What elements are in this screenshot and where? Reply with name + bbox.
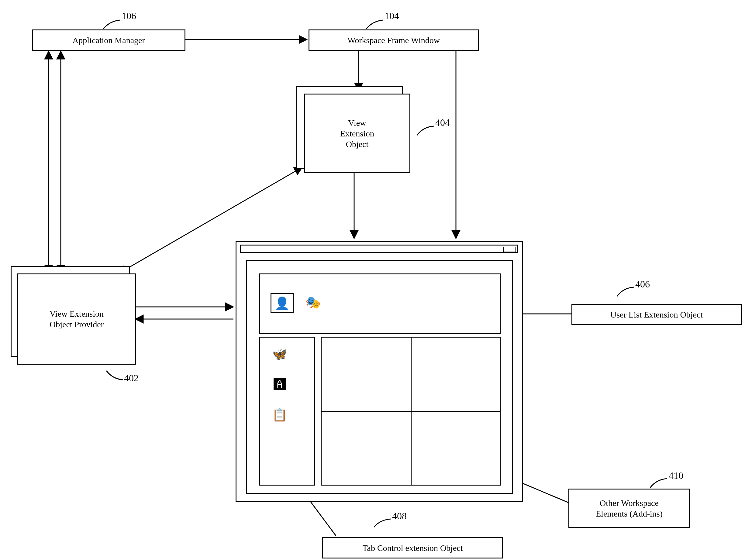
user-avatar-icon: 👤 <box>271 293 294 313</box>
node-label: User List Extension Object <box>610 309 703 320</box>
node-view-ext-obj: View Extension Object <box>304 94 410 173</box>
user-list <box>259 274 501 334</box>
ref-404: 404 <box>435 117 450 128</box>
node-label: View Extension Object <box>340 118 374 149</box>
node-label: Tab Control extension Object <box>362 543 463 553</box>
node-user-list-ext: User List Extension Object <box>571 304 742 325</box>
node-tab-ctrl-ext: Tab Control extension Object <box>322 537 503 559</box>
ref-408: 408 <box>392 511 407 522</box>
node-label: Other Workspace Elements (Add-ins) <box>596 498 662 519</box>
ref-410: 410 <box>669 470 683 481</box>
ref-406: 406 <box>635 279 650 290</box>
node-application-manager: Application Manager <box>32 29 185 51</box>
user-avatar-icon: 🎭 <box>302 293 324 312</box>
node-label: Workspace Frame Window <box>348 35 440 45</box>
node-view-ext-provider: View Extension Object Provider <box>17 274 136 365</box>
tab-icon: 📋 <box>269 406 290 424</box>
node-label: Application Manager <box>72 35 145 45</box>
diagram-canvas: Application Manager 106 Workspace Frame … <box>0 0 752 560</box>
ref-402: 402 <box>124 373 139 384</box>
tab-icon: 🦋 <box>269 345 290 363</box>
node-workspace-frame: Workspace Frame Window <box>309 29 479 51</box>
ref-106: 106 <box>122 10 136 22</box>
tab-icon: 🅰 <box>269 375 290 394</box>
workspace-grid <box>321 337 501 485</box>
node-other-elems: Other Workspace Elements (Add-ins) <box>568 488 690 528</box>
ref-104: 104 <box>384 10 399 22</box>
workspace-titlebar <box>240 245 518 253</box>
node-label: View Extension Object Provider <box>50 308 104 330</box>
